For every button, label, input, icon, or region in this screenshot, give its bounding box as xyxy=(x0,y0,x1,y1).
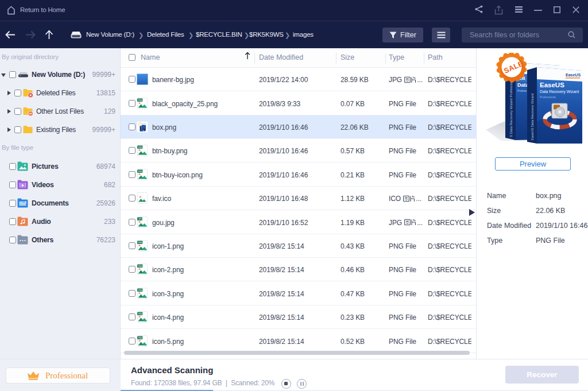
svg-text:Professional: Professional xyxy=(540,95,556,99)
svg-text:PNG: PNG xyxy=(138,242,143,244)
svg-text:PNG: PNG xyxy=(138,265,143,268)
svg-text:PNG: PNG xyxy=(138,289,143,292)
svg-text:JPG: JPG xyxy=(138,218,142,220)
svg-text:PNG: PNG xyxy=(138,313,143,315)
svg-text:EaseUS: EaseUS xyxy=(540,82,564,88)
svg-text:EaseUS Data Recovery Wizard: EaseUS Data Recovery Wizard xyxy=(531,94,534,140)
svg-text:Data Recovery Wizard: Data Recovery Wizard xyxy=(540,90,579,94)
svg-text:EaseUS: EaseUS xyxy=(566,73,581,77)
svg-text:PNG: PNG xyxy=(138,99,143,101)
svg-text:PNG: PNG xyxy=(138,171,143,173)
svg-text:PNG: PNG xyxy=(138,336,143,339)
svg-text:PNG: PNG xyxy=(138,146,143,149)
svg-text:S Data Recovery Wizard Profess: S Data Recovery Wizard Professional xyxy=(509,78,513,137)
svg-text:Profess: Profess xyxy=(517,90,527,92)
